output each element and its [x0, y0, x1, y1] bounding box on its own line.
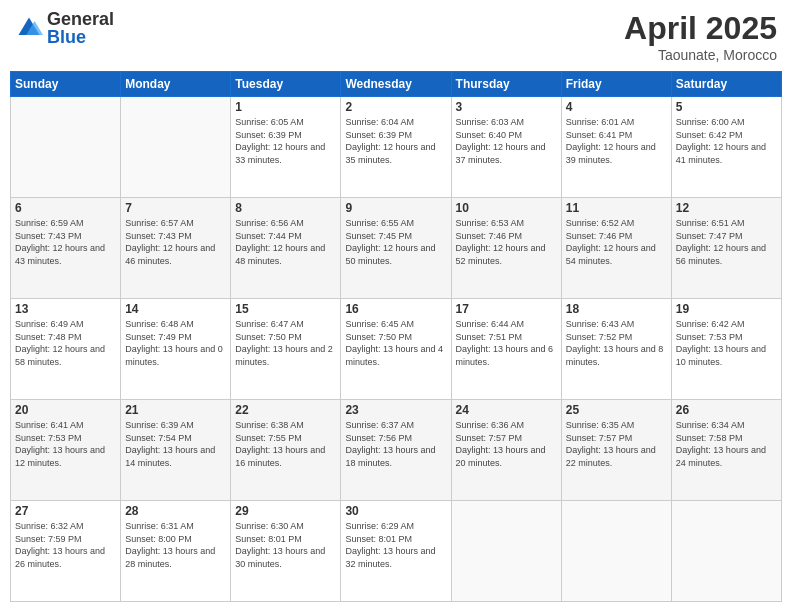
day-info: Sunrise: 6:30 AM Sunset: 8:01 PM Dayligh…: [235, 520, 336, 570]
day-info: Sunrise: 6:57 AM Sunset: 7:43 PM Dayligh…: [125, 217, 226, 267]
day-info: Sunrise: 6:47 AM Sunset: 7:50 PM Dayligh…: [235, 318, 336, 368]
page: General Blue April 2025 Taounate, Morocc…: [0, 0, 792, 612]
calendar-cell: 10Sunrise: 6:53 AM Sunset: 7:46 PM Dayli…: [451, 198, 561, 299]
day-info: Sunrise: 6:45 AM Sunset: 7:50 PM Dayligh…: [345, 318, 446, 368]
calendar-cell: 18Sunrise: 6:43 AM Sunset: 7:52 PM Dayli…: [561, 299, 671, 400]
day-info: Sunrise: 6:00 AM Sunset: 6:42 PM Dayligh…: [676, 116, 777, 166]
calendar-week-5: 27Sunrise: 6:32 AM Sunset: 7:59 PM Dayli…: [11, 501, 782, 602]
calendar-cell: 26Sunrise: 6:34 AM Sunset: 7:58 PM Dayli…: [671, 400, 781, 501]
calendar-table: SundayMondayTuesdayWednesdayThursdayFrid…: [10, 71, 782, 602]
calendar-cell: [671, 501, 781, 602]
calendar-cell: [11, 97, 121, 198]
calendar-cell: [451, 501, 561, 602]
calendar-cell: 5Sunrise: 6:00 AM Sunset: 6:42 PM Daylig…: [671, 97, 781, 198]
calendar-cell: 24Sunrise: 6:36 AM Sunset: 7:57 PM Dayli…: [451, 400, 561, 501]
logo-text: General Blue: [47, 10, 114, 46]
day-info: Sunrise: 6:01 AM Sunset: 6:41 PM Dayligh…: [566, 116, 667, 166]
logo-icon: [15, 14, 43, 42]
day-info: Sunrise: 6:38 AM Sunset: 7:55 PM Dayligh…: [235, 419, 336, 469]
day-info: Sunrise: 6:53 AM Sunset: 7:46 PM Dayligh…: [456, 217, 557, 267]
day-info: Sunrise: 6:39 AM Sunset: 7:54 PM Dayligh…: [125, 419, 226, 469]
calendar-cell: 19Sunrise: 6:42 AM Sunset: 7:53 PM Dayli…: [671, 299, 781, 400]
day-number: 29: [235, 504, 336, 518]
subtitle: Taounate, Morocco: [624, 47, 777, 63]
calendar-header-thursday: Thursday: [451, 72, 561, 97]
day-info: Sunrise: 6:04 AM Sunset: 6:39 PM Dayligh…: [345, 116, 446, 166]
calendar-cell: 6Sunrise: 6:59 AM Sunset: 7:43 PM Daylig…: [11, 198, 121, 299]
day-info: Sunrise: 6:42 AM Sunset: 7:53 PM Dayligh…: [676, 318, 777, 368]
calendar-cell: 28Sunrise: 6:31 AM Sunset: 8:00 PM Dayli…: [121, 501, 231, 602]
day-number: 16: [345, 302, 446, 316]
calendar-cell: 16Sunrise: 6:45 AM Sunset: 7:50 PM Dayli…: [341, 299, 451, 400]
day-info: Sunrise: 6:34 AM Sunset: 7:58 PM Dayligh…: [676, 419, 777, 469]
logo-general: General: [47, 10, 114, 28]
day-number: 21: [125, 403, 226, 417]
day-info: Sunrise: 6:29 AM Sunset: 8:01 PM Dayligh…: [345, 520, 446, 570]
day-number: 20: [15, 403, 116, 417]
calendar-week-4: 20Sunrise: 6:41 AM Sunset: 7:53 PM Dayli…: [11, 400, 782, 501]
day-number: 13: [15, 302, 116, 316]
day-number: 28: [125, 504, 226, 518]
day-info: Sunrise: 6:37 AM Sunset: 7:56 PM Dayligh…: [345, 419, 446, 469]
day-number: 18: [566, 302, 667, 316]
day-number: 4: [566, 100, 667, 114]
header: General Blue April 2025 Taounate, Morocc…: [10, 10, 782, 63]
calendar-cell: 30Sunrise: 6:29 AM Sunset: 8:01 PM Dayli…: [341, 501, 451, 602]
calendar-week-1: 1Sunrise: 6:05 AM Sunset: 6:39 PM Daylig…: [11, 97, 782, 198]
day-number: 2: [345, 100, 446, 114]
calendar-cell: 27Sunrise: 6:32 AM Sunset: 7:59 PM Dayli…: [11, 501, 121, 602]
calendar-header-wednesday: Wednesday: [341, 72, 451, 97]
day-info: Sunrise: 6:32 AM Sunset: 7:59 PM Dayligh…: [15, 520, 116, 570]
day-number: 10: [456, 201, 557, 215]
calendar-header-friday: Friday: [561, 72, 671, 97]
day-number: 8: [235, 201, 336, 215]
day-number: 24: [456, 403, 557, 417]
day-number: 5: [676, 100, 777, 114]
day-number: 23: [345, 403, 446, 417]
calendar-cell: 20Sunrise: 6:41 AM Sunset: 7:53 PM Dayli…: [11, 400, 121, 501]
calendar-cell: [121, 97, 231, 198]
day-info: Sunrise: 6:59 AM Sunset: 7:43 PM Dayligh…: [15, 217, 116, 267]
day-info: Sunrise: 6:36 AM Sunset: 7:57 PM Dayligh…: [456, 419, 557, 469]
calendar-cell: 12Sunrise: 6:51 AM Sunset: 7:47 PM Dayli…: [671, 198, 781, 299]
title-section: April 2025 Taounate, Morocco: [624, 10, 777, 63]
calendar-cell: 9Sunrise: 6:55 AM Sunset: 7:45 PM Daylig…: [341, 198, 451, 299]
day-info: Sunrise: 6:55 AM Sunset: 7:45 PM Dayligh…: [345, 217, 446, 267]
calendar-header-tuesday: Tuesday: [231, 72, 341, 97]
day-info: Sunrise: 6:35 AM Sunset: 7:57 PM Dayligh…: [566, 419, 667, 469]
day-number: 14: [125, 302, 226, 316]
calendar-cell: 11Sunrise: 6:52 AM Sunset: 7:46 PM Dayli…: [561, 198, 671, 299]
calendar-cell: 3Sunrise: 6:03 AM Sunset: 6:40 PM Daylig…: [451, 97, 561, 198]
day-number: 1: [235, 100, 336, 114]
day-info: Sunrise: 6:51 AM Sunset: 7:47 PM Dayligh…: [676, 217, 777, 267]
calendar-header-monday: Monday: [121, 72, 231, 97]
day-number: 9: [345, 201, 446, 215]
day-info: Sunrise: 6:52 AM Sunset: 7:46 PM Dayligh…: [566, 217, 667, 267]
day-info: Sunrise: 6:49 AM Sunset: 7:48 PM Dayligh…: [15, 318, 116, 368]
day-number: 3: [456, 100, 557, 114]
calendar-cell: 4Sunrise: 6:01 AM Sunset: 6:41 PM Daylig…: [561, 97, 671, 198]
day-number: 12: [676, 201, 777, 215]
calendar-cell: 29Sunrise: 6:30 AM Sunset: 8:01 PM Dayli…: [231, 501, 341, 602]
day-info: Sunrise: 6:31 AM Sunset: 8:00 PM Dayligh…: [125, 520, 226, 570]
logo: General Blue: [15, 10, 114, 46]
day-info: Sunrise: 6:41 AM Sunset: 7:53 PM Dayligh…: [15, 419, 116, 469]
day-number: 22: [235, 403, 336, 417]
day-info: Sunrise: 6:05 AM Sunset: 6:39 PM Dayligh…: [235, 116, 336, 166]
day-info: Sunrise: 6:48 AM Sunset: 7:49 PM Dayligh…: [125, 318, 226, 368]
calendar-header-row: SundayMondayTuesdayWednesdayThursdayFrid…: [11, 72, 782, 97]
calendar-cell: 2Sunrise: 6:04 AM Sunset: 6:39 PM Daylig…: [341, 97, 451, 198]
calendar-cell: 15Sunrise: 6:47 AM Sunset: 7:50 PM Dayli…: [231, 299, 341, 400]
calendar-header-sunday: Sunday: [11, 72, 121, 97]
calendar-cell: 13Sunrise: 6:49 AM Sunset: 7:48 PM Dayli…: [11, 299, 121, 400]
calendar-cell: 8Sunrise: 6:56 AM Sunset: 7:44 PM Daylig…: [231, 198, 341, 299]
calendar-cell: [561, 501, 671, 602]
day-number: 19: [676, 302, 777, 316]
day-number: 25: [566, 403, 667, 417]
day-number: 15: [235, 302, 336, 316]
calendar-cell: 7Sunrise: 6:57 AM Sunset: 7:43 PM Daylig…: [121, 198, 231, 299]
day-info: Sunrise: 6:43 AM Sunset: 7:52 PM Dayligh…: [566, 318, 667, 368]
day-number: 30: [345, 504, 446, 518]
calendar-cell: 17Sunrise: 6:44 AM Sunset: 7:51 PM Dayli…: [451, 299, 561, 400]
day-number: 26: [676, 403, 777, 417]
